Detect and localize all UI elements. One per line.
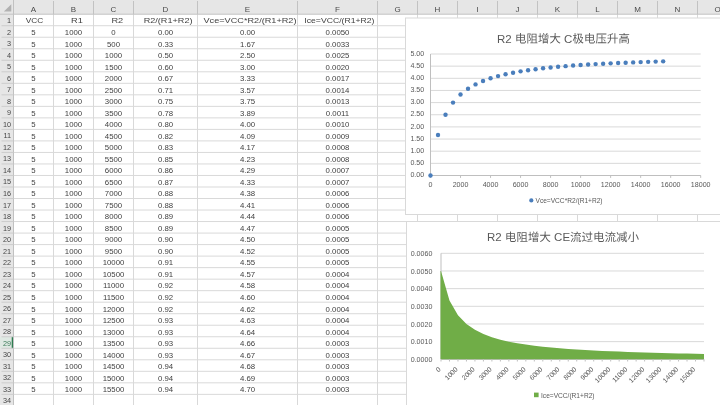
svg-text:1000: 1000 (65, 224, 83, 233)
svg-text:0.83: 0.83 (158, 143, 173, 152)
svg-text:0.0060: 0.0060 (411, 250, 433, 258)
svg-text:0.0004: 0.0004 (326, 328, 351, 337)
svg-text:0.71: 0.71 (158, 86, 173, 95)
svg-text:18000: 18000 (691, 181, 711, 189)
svg-text:5: 5 (31, 74, 36, 83)
svg-text:1000: 1000 (65, 109, 83, 118)
svg-text:0.94: 0.94 (158, 385, 174, 394)
svg-text:4.64: 4.64 (240, 328, 256, 337)
svg-text:5: 5 (31, 362, 36, 371)
svg-text:0.00: 0.00 (410, 171, 424, 179)
svg-text:28: 28 (3, 327, 11, 336)
svg-text:12500: 12500 (103, 316, 125, 325)
svg-text:5: 5 (31, 258, 36, 267)
svg-text:33: 33 (3, 385, 11, 394)
svg-text:8: 8 (7, 97, 11, 106)
svg-text:1.50: 1.50 (410, 135, 424, 143)
svg-text:1000: 1000 (65, 316, 83, 325)
svg-text:Vce=VCC*R2/(R1+R2): Vce=VCC*R2/(R1+R2) (204, 16, 297, 25)
svg-text:1000: 1000 (65, 97, 83, 106)
svg-text:0.92: 0.92 (158, 293, 173, 302)
svg-text:8000: 8000 (105, 212, 123, 221)
svg-text:21: 21 (3, 247, 11, 256)
svg-text:0.0030: 0.0030 (411, 303, 433, 311)
svg-text:0.91: 0.91 (158, 258, 173, 267)
svg-text:5: 5 (31, 339, 36, 348)
svg-text:2500: 2500 (105, 86, 123, 95)
svg-text:5.00: 5.00 (410, 50, 424, 58)
svg-text:0.75: 0.75 (158, 97, 174, 106)
svg-text:4: 4 (7, 51, 11, 60)
svg-text:0.0011: 0.0011 (326, 109, 349, 118)
svg-text:1000: 1000 (65, 132, 83, 141)
svg-text:0.0017: 0.0017 (326, 74, 350, 83)
svg-text:4.00: 4.00 (410, 74, 424, 82)
svg-text:0.0007: 0.0007 (326, 178, 350, 187)
svg-text:1000: 1000 (65, 63, 83, 72)
svg-text:1000: 1000 (65, 40, 83, 49)
svg-text:0.0003: 0.0003 (326, 339, 350, 348)
svg-text:1000: 1000 (65, 166, 83, 175)
svg-text:R2: R2 (487, 231, 502, 243)
svg-text:0.94: 0.94 (158, 362, 174, 371)
svg-text:0.0005: 0.0005 (326, 258, 351, 267)
svg-text:2.50: 2.50 (240, 51, 256, 60)
svg-text:0.0004: 0.0004 (326, 281, 351, 290)
svg-text:16000: 16000 (661, 181, 681, 189)
svg-text:12000: 12000 (601, 181, 621, 189)
svg-text:0.00: 0.00 (240, 28, 256, 37)
svg-text:3500: 3500 (105, 109, 123, 118)
svg-text:29: 29 (3, 339, 11, 348)
svg-text:5: 5 (31, 109, 36, 118)
svg-text:0.0040: 0.0040 (411, 285, 433, 293)
svg-text:2000: 2000 (105, 74, 123, 83)
svg-text:0.60: 0.60 (158, 63, 174, 72)
svg-text:1: 1 (7, 16, 11, 25)
svg-text:4.68: 4.68 (240, 362, 255, 371)
svg-text:14000: 14000 (631, 181, 651, 189)
svg-text:1000: 1000 (65, 281, 83, 290)
svg-text:C: C (564, 33, 572, 45)
svg-text:17: 17 (3, 201, 11, 210)
svg-text:3: 3 (7, 39, 11, 48)
svg-text:31: 31 (3, 362, 11, 371)
svg-text:9000: 9000 (105, 235, 123, 244)
svg-text:0.50: 0.50 (410, 159, 424, 167)
svg-text:9500: 9500 (105, 247, 123, 256)
svg-text:3.57: 3.57 (240, 86, 255, 95)
svg-text:4.70: 4.70 (240, 385, 256, 394)
svg-text:25: 25 (3, 293, 11, 302)
svg-text:4.38: 4.38 (240, 189, 255, 198)
svg-text:0.50: 0.50 (158, 51, 174, 60)
svg-text:18: 18 (3, 212, 11, 221)
svg-text:1.00: 1.00 (410, 147, 424, 155)
svg-text:4.55: 4.55 (240, 258, 256, 267)
svg-text:0.0013: 0.0013 (326, 97, 350, 106)
svg-text:30: 30 (3, 350, 11, 359)
svg-text:1000: 1000 (65, 328, 83, 337)
svg-text:0.92: 0.92 (158, 305, 173, 314)
svg-text:15500: 15500 (103, 385, 125, 394)
svg-text:12: 12 (3, 143, 11, 152)
svg-text:4.57: 4.57 (240, 270, 255, 279)
svg-text:16: 16 (3, 189, 11, 198)
svg-text:1000: 1000 (65, 51, 83, 60)
svg-text:15: 15 (3, 177, 11, 186)
svg-text:8500: 8500 (105, 224, 123, 233)
svg-text:0.89: 0.89 (158, 212, 173, 221)
svg-text:0.0050: 0.0050 (326, 28, 351, 37)
svg-text:2000: 2000 (453, 181, 469, 189)
svg-text:0.92: 0.92 (158, 281, 173, 290)
svg-text:0.0050: 0.0050 (411, 268, 433, 276)
svg-text:1000: 1000 (65, 155, 83, 164)
svg-text:7: 7 (7, 85, 11, 94)
svg-text:0.88: 0.88 (158, 189, 173, 198)
svg-text:8000: 8000 (543, 181, 559, 189)
svg-text:20: 20 (3, 235, 11, 244)
svg-text:M: M (634, 5, 641, 14)
svg-text:6000: 6000 (105, 166, 123, 175)
svg-text:0.00: 0.00 (158, 28, 174, 37)
svg-text:4.69: 4.69 (240, 374, 255, 383)
svg-text:5: 5 (31, 374, 36, 383)
svg-text:11: 11 (3, 131, 11, 140)
